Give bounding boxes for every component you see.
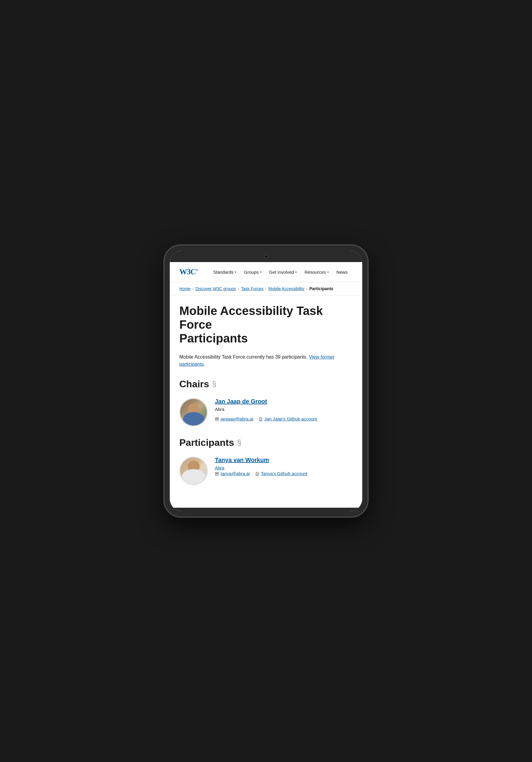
person-org-tanya[interactable]: Abra (215, 465, 224, 470)
nav-news[interactable]: News (334, 268, 351, 276)
breadcrumb: Home › Discover W3C groups › Task Forces… (170, 282, 362, 295)
breadcrumb-sep-3: › (266, 286, 266, 291)
standards-chevron-icon: ▾ (235, 270, 236, 274)
main-content: Mobile Accessibility Task Force Particip… (170, 295, 362, 508)
nav-items: Standards ▾ Groups ▾ Get involved ▾ Reso… (210, 268, 350, 276)
page-title: Mobile Accessibility Task Force Particip… (179, 304, 353, 345)
person-info-jan: Jan Jaap de Groot Abra ✉ janjaap@abra.ai… (215, 398, 353, 421)
person-contacts-jan: ✉ janjaap@abra.ai ⊙ Jan Jaap's Github ac… (215, 416, 353, 421)
groups-chevron-icon: ▾ (260, 270, 262, 274)
w3c-logo[interactable]: W3C® (179, 267, 198, 276)
participants-section-symbol[interactable]: § (237, 438, 241, 447)
github-link-jan[interactable]: ⊙ Jan Jaap's Github account (259, 416, 317, 421)
person-org-jan: Abra (215, 407, 353, 412)
nav-groups[interactable]: Groups ▾ (241, 268, 264, 276)
person-name-tanya[interactable]: Tanya van Workum (215, 457, 353, 464)
avatar-tanya (179, 457, 208, 485)
breadcrumb-discover[interactable]: Discover W3C groups (195, 286, 236, 291)
camera (264, 254, 268, 259)
breadcrumb-mobile-accessibility[interactable]: Mobile Accessibility (268, 286, 305, 291)
page-content: W3C® Standards ▾ Groups ▾ Get involved ▾ (170, 262, 362, 508)
navigation: W3C® Standards ▾ Groups ▾ Get involved ▾ (170, 262, 362, 282)
device-inner: W3C® Standards ▾ Groups ▾ Get involved ▾ (170, 251, 362, 511)
github-icon-tanya: ⊙ (255, 471, 259, 476)
device-top-bar (170, 251, 362, 262)
breadcrumb-current: Participants (309, 286, 333, 291)
participant-count-text: Mobile Accessibility Task Force currentl… (179, 353, 353, 368)
nav-standards[interactable]: Standards ▾ (210, 268, 239, 276)
get-involved-chevron-icon: ▾ (295, 270, 297, 274)
person-card-tanya: Tanya van Workum Abra ✉ tanya@abra.ai ⊙ … (179, 457, 353, 485)
email-icon-tanya: ✉ (215, 471, 219, 476)
breadcrumb-task-forces[interactable]: Task Forces (241, 286, 263, 291)
nav-get-involved[interactable]: Get involved ▾ (266, 268, 300, 276)
nav-resources[interactable]: Resources ▾ (302, 268, 332, 276)
breadcrumb-sep-1: › (192, 286, 193, 291)
person-info-tanya: Tanya van Workum Abra ✉ tanya@abra.ai ⊙ … (215, 457, 353, 476)
breadcrumb-sep-4: › (306, 286, 308, 291)
chairs-heading: Chairs § (179, 379, 353, 390)
github-icon-jan: ⊙ (259, 416, 263, 421)
person-contacts-tanya: ✉ tanya@abra.ai ⊙ Tanya's Github account (215, 471, 353, 476)
participants-section: Participants § Tanya van Workum Abra (179, 437, 353, 485)
avatar-jan-image (180, 399, 207, 425)
email-icon-jan: ✉ (215, 416, 219, 421)
participants-heading: Participants § (179, 437, 353, 448)
breadcrumb-home[interactable]: Home (179, 286, 190, 291)
w3c-logo-reg: ® (196, 268, 198, 272)
avatar-tanya-image (180, 458, 207, 484)
email-link-tanya[interactable]: ✉ tanya@abra.ai (215, 471, 250, 476)
github-link-tanya[interactable]: ⊙ Tanya's Github account (255, 471, 307, 476)
chairs-section: Chairs § Jan Jaap de Groot Abra (179, 379, 353, 426)
person-card-jan: Jan Jaap de Groot Abra ✉ janjaap@abra.ai… (179, 398, 353, 426)
avatar-jan (179, 398, 208, 426)
chairs-section-symbol[interactable]: § (212, 379, 216, 389)
device-frame: W3C® Standards ▾ Groups ▾ Get involved ▾ (164, 245, 368, 517)
w3c-logo-text: W3C® (179, 267, 198, 276)
device-bottom-bar (170, 508, 362, 511)
resources-chevron-icon: ▾ (327, 270, 329, 274)
person-name-jan[interactable]: Jan Jaap de Groot (215, 398, 353, 405)
breadcrumb-sep-2: › (238, 286, 239, 291)
email-link-jan[interactable]: ✉ janjaap@abra.ai (215, 416, 253, 421)
